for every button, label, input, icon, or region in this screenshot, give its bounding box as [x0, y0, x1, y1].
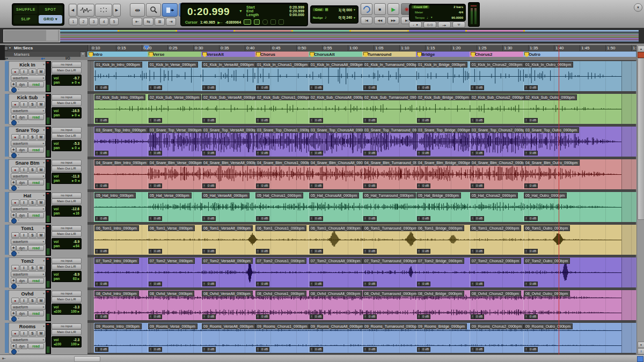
- freeze-icon[interactable]: [11, 153, 17, 158]
- clip-gain-badge[interactable]: ↑0 dB: [310, 151, 323, 156]
- edit-cursor-marker[interactable]: [144, 46, 149, 50]
- clip-versealt[interactable]: 04_Snare_Btm_VerseAlt_090bpm↑0 dB: [201, 159, 255, 189]
- vertical-scroll-thumb[interactable]: [638, 58, 644, 220]
- track-collapse-icon[interactable]: ⌄: [17, 184, 20, 188]
- clip-chorusalt[interactable]: 01_Kick_In_ChorusAlt_090bpm↑0 dB: [309, 61, 363, 91]
- track-view-selector[interactable]: waveform▾: [11, 173, 46, 179]
- trim-tool-icon[interactable]: ⇹: [130, 3, 145, 17]
- clip-intro[interactable]: 01_Kick_In_Intro_090bpm↑0 dB: [94, 61, 148, 91]
- clip-gain-badge[interactable]: ↑0 dB: [417, 183, 430, 188]
- conductor-icon[interactable]: Ψ: [452, 21, 465, 28]
- meter-label[interactable]: Meter: [415, 11, 423, 14]
- clip-verse[interactable]: 07_Tom2_Verse_090bpm↑0 dB: [148, 257, 202, 287]
- track-name-dropdown-icon[interactable]: ▼: [43, 63, 45, 66]
- clip-turnaround[interactable]: 04_Snare_Btm_Turnaround_090bpm↑0 dB: [362, 159, 416, 189]
- clip-gain-badge[interactable]: ↑0 dB: [95, 216, 108, 221]
- mute-button[interactable]: M: [37, 200, 45, 205]
- track-height-icon[interactable]: ⇕: [638, 348, 644, 354]
- clip-gain-badge[interactable]: ↑0 dB: [471, 314, 484, 319]
- track-color-icon[interactable]: ◆▾: [41, 56, 45, 60]
- pan-value[interactable]: 63 ▸: [73, 277, 79, 281]
- vol-value[interactable]: -9.7: [74, 76, 79, 80]
- freeze-icon[interactable]: [11, 218, 17, 224]
- mute-button[interactable]: M: [37, 167, 45, 173]
- metronome-icon[interactable]: ♩●: [409, 21, 422, 28]
- clip-gain-badge[interactable]: ↑0 dB: [471, 347, 484, 352]
- track-view-selector[interactable]: waveform▾: [11, 304, 46, 310]
- layered-editing-icon[interactable]: ≣: [155, 18, 165, 26]
- track-name-dropdown-icon[interactable]: ▼: [43, 194, 45, 197]
- zoom-toggle-icon[interactable]: [637, 356, 643, 362]
- clip-gain-badge[interactable]: ↑0 dB: [256, 183, 269, 188]
- clip-gain-badge[interactable]: ↑0 dB: [524, 151, 538, 156]
- track-collapse-icon[interactable]: ⌄: [17, 348, 20, 352]
- clip-outro[interactable]: 08_Ovhd_Outro_090bpm↑0 dB: [523, 290, 622, 320]
- clip-intro[interactable]: 08_Ovhd_Intro_090bpm↑0 dB: [94, 290, 148, 320]
- pan-right-value[interactable]: 100 ▸: [71, 309, 79, 314]
- pan-value[interactable]: ▸ 0 ◂: [72, 80, 79, 85]
- clip-gain-badge[interactable]: ↑0 dB: [471, 282, 484, 286]
- clip-verse[interactable]: 09_Rooms_Verse_090bpm↑0 dB: [148, 323, 202, 353]
- clip-gain-badge[interactable]: ↑0 dB: [202, 85, 216, 90]
- clip-chorus1[interactable]: 08_Ovhd_Chorus1_090bpm↑0 dB: [255, 290, 309, 320]
- marker-band-chorusalt[interactable]: ChorusAlt: [309, 51, 363, 57]
- clip-chorus1[interactable]: 07_Tom2_Chorus1_090bpm↑0 dB: [255, 257, 309, 287]
- clip-trim-tool-icon[interactable]: [162, 3, 178, 17]
- mute-button[interactable]: M: [37, 298, 45, 304]
- main-counter-time[interactable]: 0:20.999: [187, 6, 230, 18]
- track-name[interactable]: Hat: [9, 193, 46, 198]
- clip-versealt[interactable]: 09_Rooms_VerseAlt_090bpm↑0 dB: [201, 323, 255, 353]
- track-collapse-icon[interactable]: ⌄: [17, 283, 20, 286]
- clip-outro[interactable]: 03_Snare_Top_Outro_090bpm↑0 dB: [523, 127, 622, 157]
- clip-chorusalt[interactable]: 05_Hat_ChorusAlt_090bpm↑0 dB: [309, 192, 363, 222]
- elastic-audio-icon[interactable]: ✚: [11, 180, 16, 186]
- clip-gain-badge[interactable]: ↑0 dB: [524, 183, 538, 188]
- clip-gain-badge[interactable]: ↑0 dB: [417, 118, 430, 123]
- clip-gain-badge[interactable]: ↑0 dB: [524, 118, 538, 123]
- input-monitor-button[interactable]: I: [20, 298, 28, 304]
- track-name[interactable]: Kick In: [9, 62, 46, 68]
- pan-value[interactable]: ▸ 0 ◂: [72, 113, 79, 117]
- clip-chorus2[interactable]: 01_Kick_In_Chorus2_090bpm↑0 dB: [470, 61, 524, 91]
- solo-button[interactable]: S: [28, 134, 36, 140]
- input-selector[interactable]: no input: [52, 193, 82, 198]
- clip-chorus2[interactable]: 04_Snare_Btm_Chorus2_090bpm↑0 dB: [470, 159, 524, 189]
- grid-display-icon[interactable]: [270, 19, 276, 25]
- solo-button[interactable]: S: [28, 167, 36, 173]
- clip-gain-badge[interactable]: ↑0 dB: [524, 314, 538, 319]
- clip-outro[interactable]: 09_Rooms_Outro_090bpm↑0 dB: [523, 323, 622, 353]
- clip-chorus1[interactable]: 02_Kick_Sub_Chorus1_090bpm↑0 dB: [255, 94, 309, 124]
- clip-gain-badge[interactable]: ↑0 dB: [417, 249, 430, 254]
- vol-value[interactable]: -12.6: [71, 207, 79, 211]
- clip-bridge[interactable]: 09_Rooms_Bridge_090bpm↑0 dB: [416, 323, 470, 353]
- clip-turnaround[interactable]: 05_Hat_Turnaround_090bpm↑0 dB: [362, 192, 416, 222]
- freeze-icon[interactable]: [11, 284, 17, 289]
- automation-mode-button[interactable]: read: [28, 147, 44, 153]
- nudge-label[interactable]: Nudge: [313, 16, 323, 19]
- timer-icon[interactable]: [262, 19, 268, 25]
- clip-gain-badge[interactable]: ↑0 dB: [471, 249, 484, 254]
- start-value[interactable]: 0:20.999: [289, 5, 304, 9]
- clip-intro[interactable]: 07_Tom2_Intro_090bpm↑0 dB: [94, 257, 148, 287]
- clip-chorus2[interactable]: 05_Hat_Chorus2_090bpm↑0 dB: [470, 192, 524, 222]
- clip-gain-badge[interactable]: ↑0 dB: [471, 216, 484, 221]
- clip-gain-badge[interactable]: ↑0 dB: [524, 85, 538, 90]
- clip-gain-badge[interactable]: ↑0 dB: [417, 216, 430, 221]
- clip-verse[interactable]: 04_Snare_Btm_Verse_090bpm↑0 dB: [148, 159, 202, 189]
- output-selector[interactable]: Main Out L/R: [52, 231, 82, 237]
- waveform-zoom-icon[interactable]: [77, 4, 94, 17]
- pan-value[interactable]: ◂ 16: [73, 211, 79, 216]
- clip-outro[interactable]: 02_Kick_Sub_Outro_090bpm↑0 dB: [523, 94, 622, 124]
- track-name[interactable]: Kick Sub: [9, 95, 46, 100]
- clip-gain-badge[interactable]: ↑0 dB: [149, 118, 162, 123]
- solo-button[interactable]: S: [28, 69, 36, 75]
- end-value[interactable]: 0:20.999: [289, 9, 304, 13]
- clip-versealt[interactable]: 02_Kick_Sub_VerseAlt_090bpm↑0 dB: [201, 94, 255, 124]
- clip-intro[interactable]: 05_Hat_Intro_090bpm↑0 dB: [94, 192, 148, 222]
- vol-value[interactable]: -11.3: [72, 174, 79, 178]
- clip-turnaround[interactable]: 06_Tom1_Turnaround_090bpm↑0 dB: [362, 225, 416, 255]
- automation-mode-button[interactable]: read: [28, 311, 44, 316]
- clip-bridge[interactable]: 03_Snare_Top_Bridge_090bpm↑0 dB: [416, 127, 470, 157]
- clip-gain-badge[interactable]: ↑0 dB: [149, 249, 162, 254]
- clip-bridge[interactable]: 08_Ovhd_Bridge_090bpm↑0 dB: [416, 290, 470, 320]
